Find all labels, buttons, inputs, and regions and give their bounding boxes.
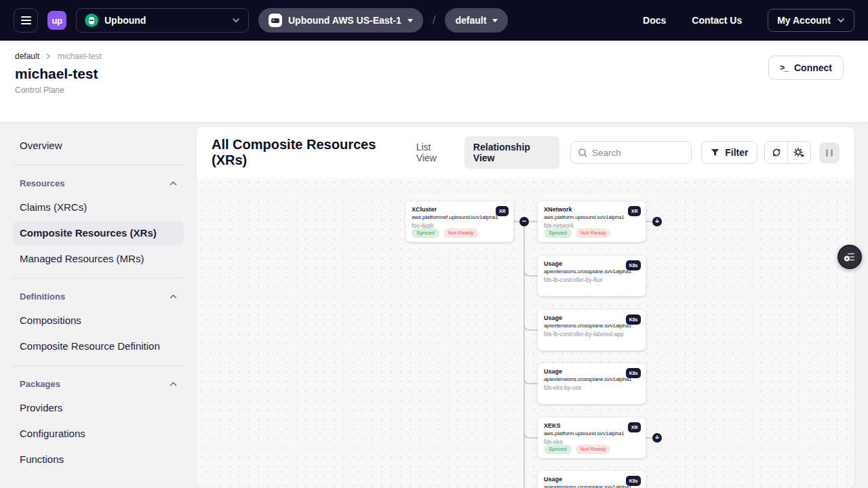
- graph-node-usage-bottom[interactable]: Usage apiextensions.crossplane.io/v1alph…: [538, 471, 646, 488]
- search-box[interactable]: [570, 141, 692, 164]
- pause-button[interactable]: [819, 142, 840, 163]
- sidebar-item-functions[interactable]: Functions: [13, 447, 184, 471]
- plus-icon: +: [655, 434, 659, 441]
- page-title: michael-test: [15, 66, 844, 82]
- hamburger-icon: [21, 16, 31, 18]
- chevron-up-icon: [170, 294, 177, 299]
- control-plane-name: Upbound AWS US-East-1: [288, 15, 401, 26]
- panel-toolbar: All Composite Resources (XRs) List View …: [197, 127, 854, 178]
- sidebar-item-providers[interactable]: Providers: [13, 396, 184, 420]
- upbound-logo[interactable]: up: [47, 11, 66, 30]
- filter-button[interactable]: Filter: [701, 141, 757, 164]
- panel-title: All Composite Resources (XRs): [212, 137, 408, 168]
- sidebar-item-compositions[interactable]: Compositions: [13, 308, 184, 332]
- legend-icon: [843, 250, 856, 264]
- organization-selector[interactable]: Upbound: [76, 8, 249, 33]
- search-icon: [578, 148, 587, 158]
- terminal-icon: >_: [780, 63, 788, 73]
- divider: [13, 365, 184, 366]
- group-name: default: [455, 15, 486, 26]
- status-badge-synced: Synced: [544, 228, 572, 238]
- chevron-down-icon: [837, 18, 845, 23]
- sidebar-item-managed-resources[interactable]: Managed Resources (MRs): [13, 247, 184, 270]
- connect-button[interactable]: >_ Connect: [768, 56, 844, 80]
- filter-funnel-icon: [711, 148, 719, 157]
- graph-node-xnetwork[interactable]: XNetwork aws.platform.upbound.io/v1alpha…: [538, 201, 646, 242]
- relationship-view-tab[interactable]: Relationship View: [465, 136, 559, 169]
- sidebar-section-definitions[interactable]: Definitions: [13, 286, 184, 306]
- list-view-tab[interactable]: List View: [408, 137, 460, 168]
- sidebar-section-resources[interactable]: Resources: [13, 173, 184, 193]
- divider: [13, 165, 184, 165]
- graph-node-usage-flux[interactable]: Usage apiextensions.crossplane.io/v1alph…: [538, 256, 646, 296]
- sidebar-item-configurations[interactable]: Configurations: [13, 422, 184, 445]
- sidebar-item-claims[interactable]: Claims (XRCs): [13, 195, 184, 219]
- control-plane-icon: [269, 14, 282, 27]
- my-account-label: My Account: [777, 15, 831, 26]
- status-badge-synced: Synced: [544, 445, 572, 454]
- expand-xeks-button[interactable]: +: [652, 433, 662, 443]
- contact-us-link[interactable]: Contact Us: [692, 15, 742, 26]
- pause-icon: [826, 149, 829, 157]
- docs-link[interactable]: Docs: [643, 15, 666, 26]
- path-separator: /: [433, 14, 436, 27]
- sidebar: Overview Resources Claims (XRCs) Composi…: [0, 122, 197, 488]
- graph-node-usage-labeled-app[interactable]: Usage apiextensions.crossplane.io/v1alph…: [538, 310, 646, 350]
- minus-icon: −: [522, 218, 526, 225]
- status-badge-not-ready: Not Ready: [443, 228, 479, 238]
- chevron-right-icon: [45, 53, 52, 60]
- group-selector[interactable]: default: [445, 8, 508, 33]
- caret-down-icon: [492, 19, 498, 22]
- page-header: default michael-test michael-test Contro…: [0, 41, 868, 122]
- breadcrumb-current-page: michael-test: [58, 52, 102, 61]
- status-badge-synced: Synced: [412, 228, 439, 238]
- chevron-down-icon: [232, 18, 240, 23]
- chevron-up-icon: [170, 382, 177, 386]
- sidebar-item-composite-resources[interactable]: Composite Resources (XRs): [13, 221, 184, 245]
- sidebar-item-overview[interactable]: Overview: [13, 134, 184, 157]
- resource-kind-badge: K8s: [626, 314, 641, 325]
- relationship-graph-canvas[interactable]: XCluster aws.platformref.upbound.io/v1al…: [197, 178, 854, 488]
- status-badge-not-ready: Not Ready: [576, 228, 611, 238]
- resource-kind-badge: K8s: [626, 368, 641, 378]
- control-plane-selector[interactable]: Upbound AWS US-East-1: [258, 8, 423, 33]
- divider: [13, 278, 184, 279]
- breadcrumb-default[interactable]: default: [15, 52, 39, 61]
- breadcrumb: default michael-test: [15, 52, 844, 61]
- graph-node-xcluster[interactable]: XCluster aws.platformref.upbound.io/v1al…: [406, 201, 513, 242]
- status-badge-not-ready: Not Ready: [576, 445, 611, 454]
- expand-xnetwork-button[interactable]: +: [652, 217, 662, 226]
- caret-down-icon: [408, 19, 413, 22]
- resource-kind-badge: XR: [628, 422, 641, 432]
- graph-node-xeks[interactable]: XEKS aws.platform.upbound.io/v1alpha1 XR…: [538, 418, 646, 458]
- legend-toggle-button[interactable]: [837, 245, 862, 269]
- organization-name: Upbound: [104, 15, 226, 26]
- resource-kind-badge: K8s: [626, 476, 641, 486]
- graph-node-usage-eks-oss[interactable]: Usage apiextensions.crossplane.io/v1alph…: [538, 363, 646, 404]
- view-toggle: List View Relationship View: [408, 136, 559, 169]
- page-subtitle: Control Plane: [15, 85, 844, 95]
- top-navbar: up Upbound Upbound AWS US-East-1 / defau…: [0, 0, 868, 41]
- graph-action-group: [764, 141, 811, 164]
- my-account-button[interactable]: My Account: [768, 9, 854, 32]
- resource-kind-badge: XR: [496, 206, 509, 216]
- plus-icon: +: [655, 218, 659, 225]
- search-input[interactable]: [592, 148, 684, 158]
- resource-kind-badge: K8s: [626, 260, 641, 270]
- refresh-button[interactable]: [765, 142, 787, 163]
- auto-layout-button[interactable]: [788, 142, 810, 163]
- refresh-icon: [771, 147, 782, 158]
- resource-kind-badge: XR: [628, 206, 641, 216]
- gear-play-icon: [793, 147, 805, 158]
- chevron-up-icon: [170, 181, 177, 186]
- hamburger-menu-button[interactable]: [14, 8, 38, 33]
- collapse-children-button[interactable]: −: [519, 217, 529, 226]
- main-panel: All Composite Resources (XRs) List View …: [197, 127, 854, 488]
- organization-avatar-icon: [85, 14, 98, 27]
- sidebar-section-packages[interactable]: Packages: [13, 373, 184, 394]
- sidebar-item-xrd[interactable]: Composite Resource Definition: [13, 334, 184, 358]
